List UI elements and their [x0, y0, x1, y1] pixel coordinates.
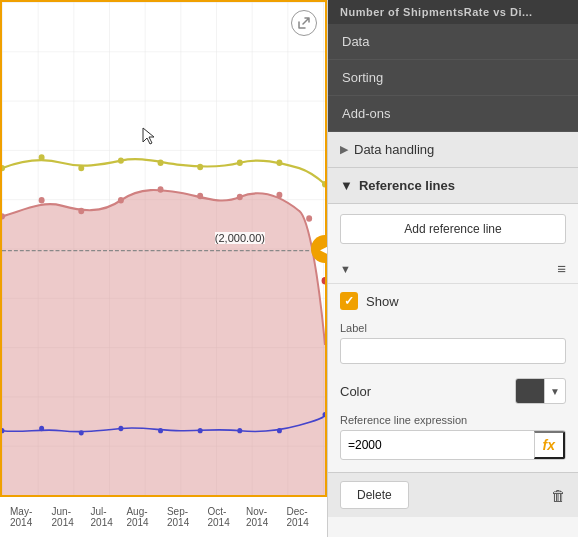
svg-point-3 — [39, 197, 45, 203]
reference-lines-label: Reference lines — [359, 178, 455, 193]
x-label-0: May-2014 — [10, 506, 52, 528]
x-label-3: Aug-2014 — [126, 506, 167, 528]
svg-point-4 — [78, 208, 84, 214]
label-input[interactable] — [340, 338, 566, 364]
label-field-label: Label — [340, 322, 566, 334]
x-label-6: Nov-2014 — [246, 506, 287, 528]
color-label: Color — [340, 384, 371, 399]
svg-point-14 — [78, 165, 84, 171]
chart-inner: (2,000.00) ◀ — [0, 0, 327, 497]
svg-point-11 — [321, 276, 325, 285]
svg-point-17 — [197, 164, 203, 170]
ref-line-arrow-icon[interactable]: ▼ — [340, 263, 351, 275]
expand-button[interactable] — [291, 10, 317, 36]
svg-point-19 — [276, 160, 282, 166]
x-axis-labels: May-2014 Jun-2014 Jul-2014 Aug-2014 Sep-… — [0, 497, 327, 537]
tab-sorting[interactable]: Sorting — [328, 60, 578, 96]
expression-input-row: fx — [340, 430, 566, 460]
chevron-down-icon: ▼ — [340, 178, 353, 193]
x-label-7: Dec-2014 — [286, 506, 327, 528]
delete-button[interactable]: Delete — [340, 481, 409, 509]
svg-point-15 — [118, 157, 124, 163]
svg-point-22 — [39, 426, 44, 431]
svg-point-6 — [158, 186, 164, 192]
expression-input[interactable] — [341, 433, 534, 457]
tab-addons[interactable]: Add-ons — [328, 96, 578, 132]
svg-point-23 — [79, 430, 84, 435]
trash-icon[interactable]: 🗑 — [551, 487, 566, 504]
show-label: Show — [366, 294, 399, 309]
svg-point-28 — [277, 428, 282, 433]
show-control-row: Show — [328, 284, 578, 318]
color-dropdown-arrow-icon: ▼ — [544, 379, 565, 403]
ref-line-menu-icon[interactable]: ≡ — [557, 260, 566, 277]
reference-line-controls: ▼ ≡ Show Label Color ▼ Reference line ex… — [328, 254, 578, 525]
svg-point-18 — [237, 160, 243, 166]
expression-label: Reference line expression — [340, 414, 566, 426]
svg-point-16 — [158, 160, 164, 166]
color-picker-button[interactable]: ▼ — [515, 378, 566, 404]
label-field-section: Label — [328, 318, 578, 372]
chart-area: (2,000.00) ◀ May-2014 Jun-2014 Jul-2014 … — [0, 0, 328, 537]
svg-point-27 — [237, 428, 242, 433]
expression-section: Reference line expression fx — [328, 410, 578, 468]
svg-point-8 — [237, 194, 243, 200]
delete-row: Delete 🗑 — [328, 472, 578, 517]
chevron-right-icon: ▶ — [340, 143, 348, 156]
tooltip-label: (2,000.00) — [215, 232, 265, 244]
x-label-4: Sep-2014 — [167, 506, 208, 528]
right-panel: Number of ShipmentsRate vs Di... Data So… — [328, 0, 578, 537]
data-handling-label: Data handling — [354, 142, 434, 157]
color-swatch — [516, 379, 544, 403]
svg-point-9 — [276, 192, 282, 198]
svg-point-24 — [118, 426, 123, 431]
svg-point-7 — [197, 193, 203, 199]
x-label-2: Jul-2014 — [91, 506, 127, 528]
show-checkbox[interactable] — [340, 292, 358, 310]
x-label-5: Oct-2014 — [208, 506, 246, 528]
reference-lines-section[interactable]: ▼ Reference lines — [328, 168, 578, 204]
panel-header: Number of ShipmentsRate vs Di... — [328, 0, 578, 24]
svg-point-5 — [118, 197, 124, 203]
svg-point-10 — [306, 215, 312, 221]
chart-svg — [2, 2, 325, 495]
color-row: Color ▼ — [328, 372, 578, 410]
nav-tabs: Data Sorting Add-ons — [328, 24, 578, 132]
ref-line-top-bar: ▼ ≡ — [328, 254, 578, 284]
arrow-left-icon: ◀ — [320, 241, 329, 257]
tab-data[interactable]: Data — [328, 24, 578, 60]
fx-button[interactable]: fx — [534, 431, 565, 459]
svg-point-25 — [158, 428, 163, 433]
svg-point-13 — [39, 154, 45, 160]
svg-point-26 — [198, 428, 203, 433]
x-label-1: Jun-2014 — [52, 506, 91, 528]
data-handling-section[interactable]: ▶ Data handling — [328, 132, 578, 168]
add-reference-line-button[interactable]: Add reference line — [340, 214, 566, 244]
